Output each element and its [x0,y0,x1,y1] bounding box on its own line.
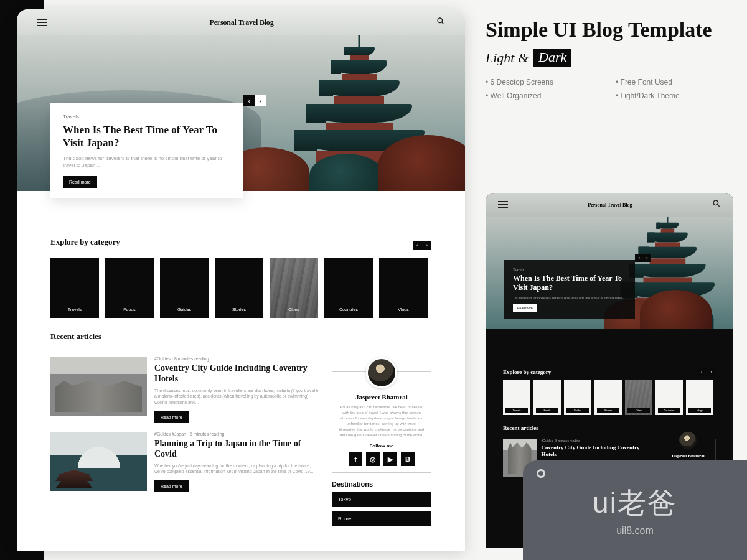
hero-readmore-button[interactable]: Read more [63,176,97,188]
destination-item[interactable]: Tokyo [332,492,431,507]
hero-card: Travels When Is The Best Time of Year To… [50,103,243,198]
article-item: #Guides #Japan · 6 minutes reading Plann… [50,432,321,492]
watermark-logo: ui老爸 [593,484,677,523]
explore-prev-button[interactable]: ‹ [413,241,422,250]
hero-arrows: ‹ › [243,95,266,106]
hero-title: When Is The Best Time of Year To Visit J… [63,123,231,150]
promo-panel: Simple UI Blog Template Light & Dark 6 D… [486,17,735,100]
search-icon[interactable] [712,199,721,210]
hero-title: When Is The Best Time of Year To Visit J… [513,274,626,292]
category-card-travels[interactable]: Travels [503,380,530,415]
article-readmore-button[interactable]: Read more [154,411,189,423]
hero-next-button[interactable]: › [255,95,266,106]
category-card-vlogs[interactable]: Vlogs [686,380,713,415]
author-name: Jaspreet Bhamrai [664,454,712,459]
theme-line: Light & Dark [486,49,735,67]
feature-list: 6 Desctop Screens Free Font Used Well Or… [486,78,735,100]
sidebar: Jaspreet Bhamrai For as long as I can re… [332,357,431,530]
article-meta: #Guides · 8 minutes reading [542,439,654,442]
article-excerpt: The diseases most commonly seen in trave… [154,388,321,406]
site-title: Personal Travel Blog [588,202,632,208]
site-title: Personal Travel Blog [210,18,274,27]
svg-point-2 [713,200,718,205]
hero-excerpt: The good news for travelers is that ther… [513,296,626,300]
dark-hero-card: Travels When Is The Best Time of Year To… [504,260,635,319]
article-readmore-button[interactable]: Read more [154,480,189,492]
article-thumbnail[interactable] [50,432,147,491]
search-icon[interactable] [436,17,445,28]
theme-dark-label: Dark [533,49,571,67]
article-item: #Guides · 8 minutes reading Coventry Cit… [50,357,321,423]
hero-next-button[interactable]: › [643,254,651,262]
explore-next-button[interactable]: › [422,241,431,250]
category-card-foods[interactable]: Foods [105,258,154,318]
category-card-stories[interactable]: Stories [594,380,622,415]
destinations-heading: Destinations [332,480,431,488]
svg-point-0 [438,18,443,23]
article-meta: #Guides · 8 minutes reading [154,357,321,361]
recent-heading: Recent articles [50,332,431,342]
hero-category: Travels [63,114,231,119]
author-avatar [678,431,698,450]
article-meta: #Guides #Japan · 6 minutes reading [154,432,321,436]
hero-readmore-button[interactable]: Read more [513,304,537,312]
explore-next-button[interactable]: › [707,367,716,376]
facebook-icon[interactable]: f [349,452,362,466]
svg-line-3 [718,205,720,207]
category-card-guides[interactable]: Guides [160,258,209,318]
feature-item: Well Organized [486,91,604,100]
dark-header: Personal Travel Blog [486,193,733,217]
svg-line-1 [442,22,444,24]
article-title[interactable]: Coventry City Guide Including Coventry H… [542,444,654,458]
category-card-cities[interactable]: Cities [625,380,652,415]
hero-prev-button[interactable]: ‹ [243,95,255,106]
article-title[interactable]: Coventry City Guide Including Coventry H… [154,363,321,385]
category-card-guides[interactable]: Guides [564,380,591,415]
menu-icon[interactable] [37,19,47,26]
explore-heading: Explore by category [50,237,120,247]
author-bio: For as long as I can remember I've been … [339,404,425,438]
article-thumbnail[interactable] [50,357,147,416]
category-card-countries[interactable]: Countries [324,258,373,318]
feature-item: Light/Dark Theme [616,91,735,100]
category-card-foods[interactable]: Foods [533,380,561,415]
destination-item[interactable]: Rome [332,511,431,526]
dark-explore: Explore by category ‹ › Travels Foods Gu… [486,360,733,415]
watermark-badge: ui老爸 uil8.com [523,460,747,560]
hero-excerpt: The good news for travelers is that ther… [63,155,231,169]
instagram-icon[interactable]: ◎ [366,452,380,466]
explore-section: Explore by category ‹ › Travels Foods Gu… [17,228,465,318]
category-card-vlogs[interactable]: Vlogs [379,258,428,318]
author-avatar [366,357,397,388]
article-title[interactable]: Planning a Trip to Japan in the Time of … [154,439,321,460]
recent-heading: Recent articles [503,425,716,431]
category-card-stories[interactable]: Stories [215,258,263,318]
header-bar: Personal Travel Blog [17,9,465,35]
behance-icon[interactable]: B [401,452,415,466]
youtube-icon[interactable]: ▶ [383,452,397,466]
explore-prev-button[interactable]: ‹ [697,367,707,376]
watermark-ring-icon [537,469,545,478]
recent-area: #Guides · 8 minutes reading Coventry Cit… [17,348,465,530]
explore-heading: Explore by category [503,369,551,375]
feature-item: Free Font Used [616,78,735,86]
menu-icon[interactable] [498,201,508,208]
follow-label: Follow me [339,443,425,449]
category-card-travels[interactable]: Travels [50,258,99,318]
hero-category: Travels [513,268,626,271]
category-card-cities[interactable]: Cities [270,258,318,318]
article-excerpt: Whether you're just daydreaming for the … [154,463,321,475]
watermark-url: uil8.com [616,525,654,536]
light-preview: Personal Travel Blog ‹ › Travels When Is… [17,9,465,551]
feature-item: 6 Desctop Screens [486,78,604,86]
author-name: Jaspreet Bhamrai [339,393,425,401]
category-card-countries[interactable]: Countries [655,380,683,415]
recent-heading-row: Recent articles [17,318,465,342]
hero-prev-button[interactable]: ‹ [635,254,643,262]
theme-light-label: Light & [486,50,529,66]
promo-title: Simple UI Blog Template [486,17,735,42]
